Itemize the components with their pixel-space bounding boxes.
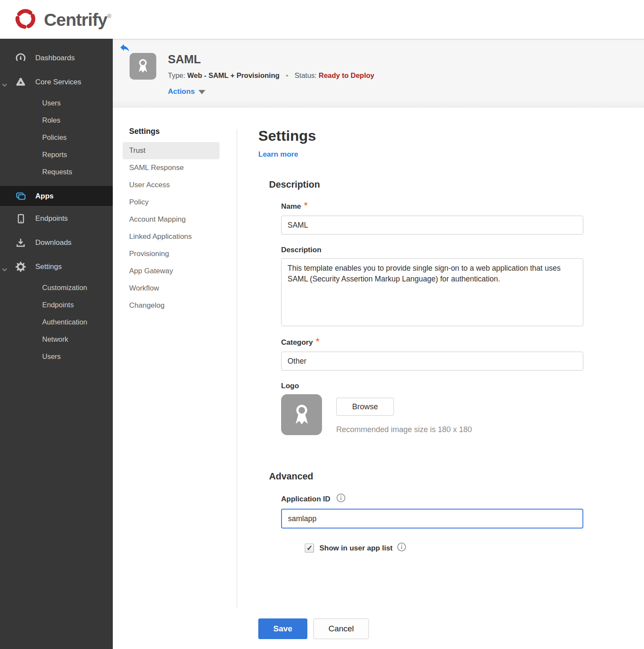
sidebar-subitem-users[interactable]: Users: [0, 348, 113, 365]
app-header: SAML Type: Web - SAML + Provisioning • S…: [113, 39, 644, 108]
sidebar-subitem-reports[interactable]: Reports: [0, 146, 113, 163]
category-label: Category *: [281, 337, 583, 348]
subnav-header: Settings: [123, 127, 220, 136]
subnav-item-trust[interactable]: Trust: [123, 142, 220, 159]
brand-logo: Centrify®: [12, 6, 111, 34]
sidebar-item-dashboards[interactable]: Dashboards: [0, 46, 113, 70]
settings-submenu: Customization Endpoints Authentication N…: [0, 279, 113, 365]
back-arrow-icon[interactable]: [119, 43, 131, 53]
brand-name: Centrify®: [44, 10, 111, 30]
subnav-item-app-gateway[interactable]: App Gateway: [123, 263, 220, 280]
gauge-icon: [15, 53, 27, 64]
sidebar-item-settings[interactable]: Settings: [0, 255, 113, 279]
chevron-down-icon: [2, 80, 7, 89]
download-icon: [15, 237, 27, 248]
sidebar-subitem-network[interactable]: Network: [0, 331, 113, 348]
category-field[interactable]: [281, 352, 583, 371]
sidebar-subitem-authentication[interactable]: Authentication: [0, 313, 113, 331]
status-value: Ready to Deploy: [319, 71, 374, 79]
show-in-user-app-list-label: Show in user app list: [319, 544, 393, 553]
form-buttons: Save Cancel: [258, 618, 590, 639]
subnav-item-linked-applications[interactable]: Linked Applications: [123, 228, 220, 245]
subnav-item-account-mapping[interactable]: Account Mapping: [123, 211, 220, 228]
sidebar-item-label: Core Services: [35, 78, 81, 87]
sidebar: Dashboards Core Services Users Roles Pol…: [0, 39, 113, 649]
sidebar-item-core-services[interactable]: Core Services: [0, 70, 113, 94]
actions-label: Actions: [168, 87, 195, 96]
description-section-heading: Description: [269, 179, 590, 190]
info-icon[interactable]: [397, 542, 406, 554]
status-label: Status:: [294, 71, 316, 79]
subnav-item-changelog[interactable]: Changelog: [123, 297, 220, 314]
apps-icon: [15, 191, 27, 202]
required-asterisk: *: [304, 200, 307, 210]
subnav-item-workflow[interactable]: Workflow: [123, 280, 220, 297]
subnav-item-provisioning[interactable]: Provisioning: [123, 245, 220, 263]
name-label: Name *: [281, 201, 583, 212]
learn-more-link[interactable]: Learn more: [258, 150, 298, 159]
sidebar-item-label: Downloads: [35, 238, 71, 247]
required-asterisk: *: [316, 336, 319, 346]
subnav-item-policy[interactable]: Policy: [123, 194, 220, 211]
sidebar-item-label: Endpoints: [35, 214, 68, 223]
show-in-user-app-list-row: Show in user app list: [305, 542, 583, 554]
sidebar-item-apps[interactable]: Apps: [0, 186, 113, 207]
description-label: Description: [281, 246, 583, 254]
centrify-swirl-icon: [12, 6, 39, 34]
app-logo-tile: [130, 53, 156, 80]
type-label: Type:: [168, 71, 185, 79]
application-id-field[interactable]: [281, 509, 583, 528]
settings-form: Settings Learn more Description Name * D…: [258, 127, 590, 639]
app-title: SAML: [168, 53, 201, 66]
caret-down-icon: [198, 90, 205, 94]
actions-menu-button[interactable]: Actions: [168, 87, 205, 96]
award-ribbon-icon: [134, 57, 152, 76]
cancel-button[interactable]: Cancel: [313, 618, 369, 639]
save-button[interactable]: Save: [258, 618, 307, 639]
top-bar: Centrify®: [0, 0, 644, 39]
sidebar-item-label: Apps: [35, 192, 54, 201]
show-in-user-app-list-checkbox[interactable]: [305, 544, 314, 553]
sidebar-subitem-endpoints[interactable]: Endpoints: [0, 296, 113, 313]
vertical-divider: [237, 129, 237, 608]
app-subnav: Settings Trust SAML Response User Access…: [123, 127, 220, 314]
application-id-label: Application ID: [281, 493, 583, 505]
logo-size-hint: Recommended image size is 180 x 180: [336, 425, 472, 434]
registered-mark: ®: [107, 13, 111, 19]
type-value: Web - SAML + Provisioning: [187, 71, 279, 79]
chevron-down-icon: [2, 265, 7, 274]
advanced-section-heading: Advanced: [269, 471, 590, 482]
sidebar-subitem-roles[interactable]: Roles: [0, 111, 113, 129]
page-title: Settings: [258, 127, 590, 144]
gear-icon: [15, 261, 27, 272]
sidebar-subitem-users[interactable]: Users: [0, 94, 113, 111]
sidebar-item-downloads[interactable]: Downloads: [0, 231, 113, 255]
name-field[interactable]: [281, 216, 583, 235]
core-services-submenu: Users Roles Policies Reports Requests: [0, 94, 113, 180]
sidebar-item-label: Dashboards: [35, 54, 75, 62]
core-services-icon: [15, 77, 27, 88]
subnav-item-user-access[interactable]: User Access: [123, 176, 220, 194]
sidebar-item-endpoints[interactable]: Endpoints: [0, 207, 113, 231]
info-icon[interactable]: [336, 493, 346, 505]
logo-preview: [281, 394, 322, 435]
sidebar-subitem-policies[interactable]: Policies: [0, 129, 113, 146]
app-meta: Type: Web - SAML + Provisioning • Status…: [168, 71, 375, 80]
logo-row: Browse Recommended image size is 180 x 1…: [281, 394, 583, 435]
subnav-item-saml-response[interactable]: SAML Response: [123, 159, 220, 176]
award-ribbon-icon: [289, 402, 314, 428]
content-area: Settings Trust SAML Response User Access…: [113, 108, 644, 649]
sidebar-item-label: Settings: [35, 263, 62, 271]
description-field[interactable]: This template enables you to provide sin…: [281, 258, 583, 326]
sidebar-subitem-customization[interactable]: Customization: [0, 279, 113, 296]
sidebar-subitem-requests[interactable]: Requests: [0, 163, 113, 180]
logo-label: Logo: [281, 382, 583, 390]
browse-button[interactable]: Browse: [336, 398, 394, 416]
meta-separator: •: [286, 71, 288, 79]
device-icon: [15, 213, 27, 224]
